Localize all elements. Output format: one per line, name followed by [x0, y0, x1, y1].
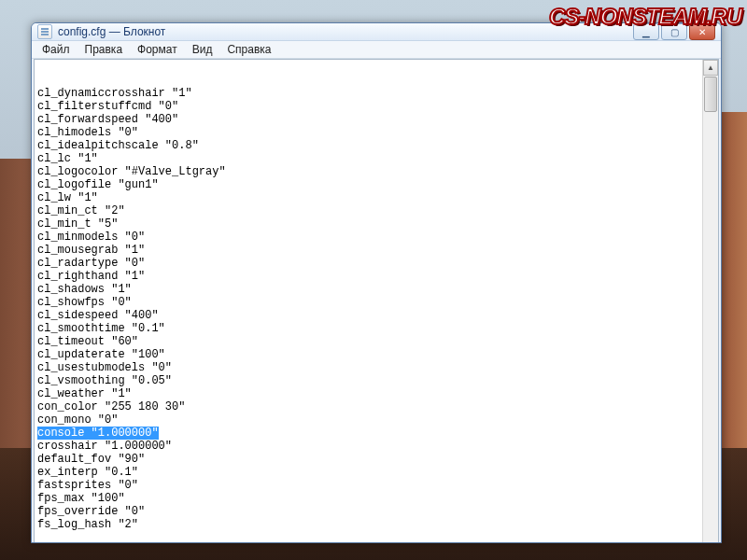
config-line[interactable]: crosshair "1.000000"	[37, 440, 699, 453]
vertical-scrollbar[interactable]: ▲ ▼	[702, 60, 718, 543]
config-line[interactable]: cl_updaterate "100"	[37, 348, 699, 361]
config-line[interactable]: cl_radartype "0"	[37, 257, 699, 270]
notepad-icon	[37, 24, 52, 39]
config-line[interactable]: default_fov "90"	[37, 453, 699, 466]
config-line[interactable]: ex_interp "0.1"	[37, 466, 699, 479]
config-line[interactable]: cl_righthand "1"	[37, 270, 699, 283]
config-line[interactable]: console "1.000000"	[37, 427, 699, 440]
config-line[interactable]: fastsprites "0"	[37, 479, 699, 492]
config-line[interactable]: fs_log_hash "2"	[37, 518, 699, 531]
selected-text[interactable]: console "1.000000"	[37, 427, 159, 440]
config-line[interactable]: cl_lw "1"	[37, 191, 699, 204]
config-line[interactable]: cl_dynamiccrosshair "1"	[37, 87, 699, 100]
config-line[interactable]: cl_forwardspeed "400"	[37, 113, 699, 126]
config-line[interactable]: fps_override "0"	[37, 505, 699, 518]
menu-view[interactable]: Вид	[186, 41, 219, 58]
config-line[interactable]: cl_mousegrab "1"	[37, 244, 699, 257]
scroll-down-button[interactable]: ▼	[703, 542, 718, 543]
config-line[interactable]: cl_min_ct "2"	[37, 204, 699, 217]
config-line[interactable]: cl_logofile "gun1"	[37, 178, 699, 191]
config-line[interactable]: cl_idealpitchscale "0.8"	[37, 139, 699, 152]
config-line[interactable]: cl_usestubmodels "0"	[37, 361, 699, 374]
config-line[interactable]: con_mono "0"	[37, 413, 699, 427]
config-line[interactable]: cl_timeout "60"	[37, 335, 699, 348]
config-line[interactable]: cl_lc "1"	[37, 152, 699, 165]
config-line[interactable]: cl_weather "1"	[37, 387, 699, 400]
menubar: Файл Правка Формат Вид Справка	[32, 41, 721, 59]
config-line[interactable]: cl_minmodels "0"	[37, 231, 699, 244]
config-line[interactable]: cl_shadows "1"	[37, 283, 699, 296]
config-line[interactable]: cl_smoothtime "0.1"	[37, 322, 699, 335]
config-line[interactable]: fps_max "100"	[37, 492, 699, 505]
config-line[interactable]: cl_logocolor "#Valve_Ltgray"	[37, 165, 699, 178]
window-title: config.cfg — Блокнот	[58, 25, 627, 38]
scroll-up-button[interactable]: ▲	[703, 60, 718, 76]
menu-format[interactable]: Формат	[131, 41, 184, 58]
text-editor[interactable]: cl_dynamiccrosshair "1"cl_filterstuffcmd…	[35, 60, 702, 543]
config-line[interactable]: cl_sidespeed "400"	[37, 309, 699, 322]
menu-file[interactable]: Файл	[35, 41, 77, 58]
notepad-window: config.cfg — Блокнот ▁ ▢ ✕ Файл Правка Ф…	[31, 22, 722, 543]
menu-edit[interactable]: Правка	[78, 41, 130, 58]
config-line[interactable]: cl_vsmoothing "0.05"	[37, 374, 699, 387]
config-line[interactable]: cl_min_t "5"	[37, 217, 699, 231]
config-line[interactable]: cl_himodels "0"	[37, 126, 699, 139]
config-line[interactable]: cl_showfps "0"	[37, 296, 699, 309]
watermark-text: CS-NONSTEAM.RU	[549, 4, 741, 30]
config-line[interactable]: con_color "255 180 30"	[37, 400, 699, 413]
menu-help[interactable]: Справка	[220, 41, 277, 58]
config-line[interactable]: cl_filterstuffcmd "0"	[37, 100, 699, 113]
editor-container: cl_dynamiccrosshair "1"cl_filterstuffcmd…	[34, 59, 719, 543]
scroll-thumb[interactable]	[704, 77, 717, 112]
